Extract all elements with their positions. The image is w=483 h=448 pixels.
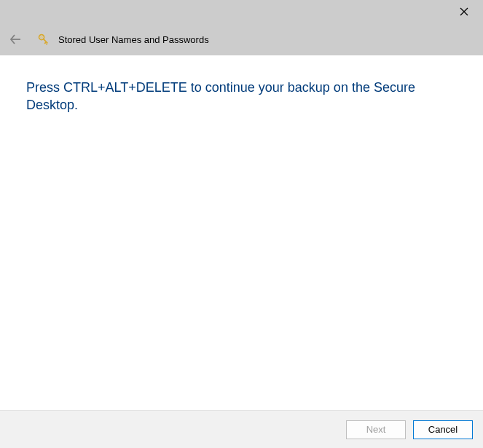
wizard-footer: Next Cancel [0,410,483,448]
instruction-text: Press CTRL+ALT+DELETE to continue your b… [26,79,449,114]
content-area: Press CTRL+ALT+DELETE to continue your b… [0,55,483,410]
cancel-button[interactable]: Cancel [413,420,473,439]
back-button[interactable] [7,31,23,47]
svg-point-4 [41,36,43,39]
window-titlebar [0,0,483,23]
page-title: Stored User Names and Passwords [58,34,209,45]
key-icon [36,32,51,47]
back-arrow-icon [9,33,22,46]
close-icon [460,7,468,16]
next-button: Next [346,420,406,439]
close-button[interactable] [454,1,474,22]
wizard-header: Stored User Names and Passwords [0,23,483,55]
